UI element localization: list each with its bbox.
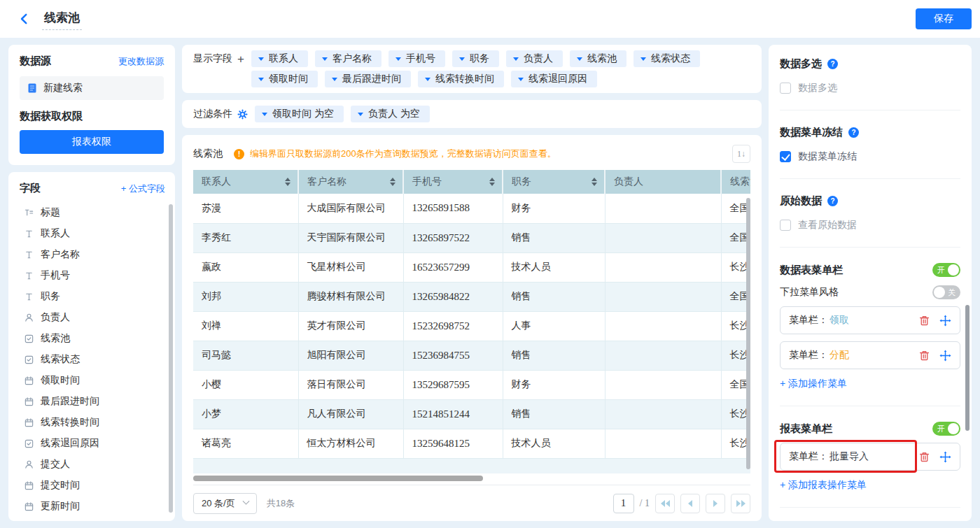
display-field-chip[interactable]: 负责人 [506, 50, 563, 67]
add-formula-field-link[interactable]: + 公式字段 [121, 183, 165, 195]
page-size-select[interactable]: 20 条/页 [193, 493, 257, 514]
column-header[interactable]: 手机号 [403, 170, 503, 194]
display-field-chip[interactable]: 线索退回原因 [511, 71, 597, 87]
field-item[interactable]: 职务 [20, 286, 165, 307]
sort-order-button[interactable]: 1↓ [732, 145, 750, 163]
display-field-chip[interactable]: 手机号 [388, 50, 445, 67]
table-row[interactable]: 刘邦腾骏材料有限公司13265984822销售全国线索 [193, 282, 750, 311]
report-menu-toggle[interactable]: 开 [932, 422, 960, 436]
field-item[interactable]: 最后跟进时间 [20, 391, 165, 412]
table-cell: 落日有限公司 [298, 370, 403, 399]
display-field-chip[interactable]: 最后跟进时间 [325, 71, 411, 87]
field-item[interactable]: 提交时间 [20, 475, 165, 496]
delete-icon[interactable] [918, 315, 930, 327]
move-icon[interactable] [939, 350, 951, 362]
next-page-button[interactable] [706, 494, 725, 513]
column-header[interactable]: 线索池 [721, 170, 750, 194]
chevron-down-icon [425, 78, 430, 81]
table-cell: 诸葛亮 [193, 429, 298, 458]
sort-icon[interactable] [390, 178, 396, 186]
field-item[interactable]: 更新时间 [20, 496, 165, 517]
first-page-button[interactable] [655, 494, 675, 513]
table-row[interactable]: 刘禅英才有限公司15232698752人事长沙线索 [193, 311, 750, 341]
field-item[interactable]: 负责人 [20, 307, 165, 328]
add-action-menu-link[interactable]: + 添加操作菜单 [780, 378, 847, 390]
menu-bar-item[interactable]: 菜单栏： 批量导入 [780, 443, 960, 471]
checkbox[interactable] [780, 151, 791, 162]
table-row[interactable]: 李秀红天宇国际有限公司13265897522销售全国线索 [193, 223, 750, 252]
help-icon[interactable]: ? [848, 127, 859, 138]
filter-settings-gear-icon[interactable] [237, 109, 248, 120]
column-header[interactable]: 联系人 [193, 170, 298, 194]
field-item[interactable]: 线索退回原因 [20, 433, 165, 454]
display-field-chip[interactable]: 线索池 [570, 50, 626, 67]
field-item[interactable]: 线索池 [20, 328, 165, 349]
fields-scrollbar[interactable] [169, 204, 173, 513]
display-field-chip[interactable]: 职务 [452, 50, 499, 67]
table-row[interactable]: 苏漫大成国际有限公司13265891588财务全国线索 [193, 194, 750, 223]
table-row[interactable]: 小梦凡人有限公司15214851244销售长沙线索 [193, 399, 750, 429]
table-row[interactable]: 嬴政飞星材料公司16523657299技术人员长沙线索 [193, 252, 750, 282]
chip-label: 客户名称 [332, 52, 372, 65]
menu-item-value: 批量导入 [830, 450, 869, 463]
field-item[interactable]: 提交人 [20, 454, 165, 475]
divider [780, 507, 960, 508]
field-item[interactable]: 线索转换时间 [20, 412, 165, 433]
filter-chip[interactable]: 负责人 为空 [351, 106, 430, 122]
checkbox-row[interactable]: 查看原始数据 [780, 219, 960, 231]
display-field-chip[interactable]: 线索状态 [634, 50, 700, 67]
delete-icon[interactable] [918, 350, 930, 362]
checkbox-row[interactable]: 数据菜单冻结 [780, 150, 960, 163]
display-field-chip[interactable]: 联系人 [251, 50, 308, 67]
add-report-menu-link[interactable]: + 添加报表操作菜单 [780, 479, 867, 492]
table-menu-toggle[interactable]: 开 [932, 263, 960, 277]
menu-bar-item[interactable]: 菜单栏： 领取 [780, 306, 960, 334]
move-icon[interactable] [939, 315, 951, 327]
sort-icon[interactable] [285, 178, 290, 186]
sort-icon[interactable] [592, 178, 597, 186]
page-input[interactable]: 1 [613, 494, 634, 513]
table-row[interactable]: 诸葛亮恒太方材料公司13259648125技术人员长沙线索 [193, 429, 750, 458]
display-field-chip[interactable]: 线索转换时间 [418, 71, 504, 87]
delete-icon[interactable] [918, 451, 930, 463]
field-item[interactable]: 联系人 [20, 223, 165, 244]
table-row[interactable]: 小樱落日有限公司13529687595财务全国线索 [193, 370, 750, 399]
datasource-item[interactable]: 新建线索 [20, 76, 164, 100]
add-display-field-button[interactable]: + [237, 53, 244, 65]
display-field-chip[interactable]: 领取时间 [251, 71, 318, 87]
table-row[interactable]: 司马懿旭阳有限公司15236984755销售长沙线索 [193, 341, 750, 370]
divider [780, 247, 960, 248]
change-datasource-link[interactable]: 更改数据源 [118, 55, 164, 68]
field-item[interactable]: 手机号 [20, 265, 165, 286]
column-header[interactable]: 客户名称 [298, 170, 403, 194]
settings-scrollbar[interactable] [965, 305, 969, 431]
prev-page-button[interactable] [680, 494, 700, 513]
menu-bar-item[interactable]: 菜单栏： 分配 [780, 341, 960, 369]
main-content: 数据源 更改数据源 新建线索 数据获取权限 报表权限 字段 + 公式字段 标题 [0, 38, 980, 528]
filter-chip[interactable]: 领取时间 为空 [255, 106, 344, 122]
sort-icon[interactable] [489, 178, 495, 186]
field-item[interactable]: 客户名称 [20, 244, 165, 265]
field-item[interactable]: 线索状态 [20, 349, 165, 370]
chip-label: 领取时间 为空 [272, 108, 334, 120]
table-horizontal-scrollbar[interactable] [193, 476, 483, 481]
help-icon[interactable]: ? [827, 59, 838, 69]
checkbox-row[interactable]: 数据多选 [780, 82, 960, 94]
chip-label: 线索转换时间 [435, 73, 494, 85]
report-permission-button[interactable]: 报表权限 [20, 130, 164, 154]
checkbox[interactable] [780, 83, 791, 94]
back-button[interactable] [18, 13, 31, 25]
table-vertical-scrollbar[interactable] [746, 198, 750, 469]
display-field-chip[interactable]: 客户名称 [315, 50, 382, 67]
table-cell: 销售 [503, 223, 605, 252]
column-header[interactable]: 职务 [503, 170, 605, 194]
checkbox[interactable] [780, 220, 791, 231]
move-icon[interactable] [939, 451, 951, 463]
field-item[interactable]: 领取时间 [20, 370, 165, 391]
column-header[interactable]: 负责人 [605, 170, 721, 194]
save-button[interactable]: 保存 [916, 8, 972, 29]
last-page-button[interactable] [731, 494, 750, 513]
help-icon[interactable]: ? [827, 196, 838, 206]
dropdown-style-toggle[interactable]: 关 [932, 285, 960, 299]
field-item[interactable]: 标题 [20, 202, 165, 223]
